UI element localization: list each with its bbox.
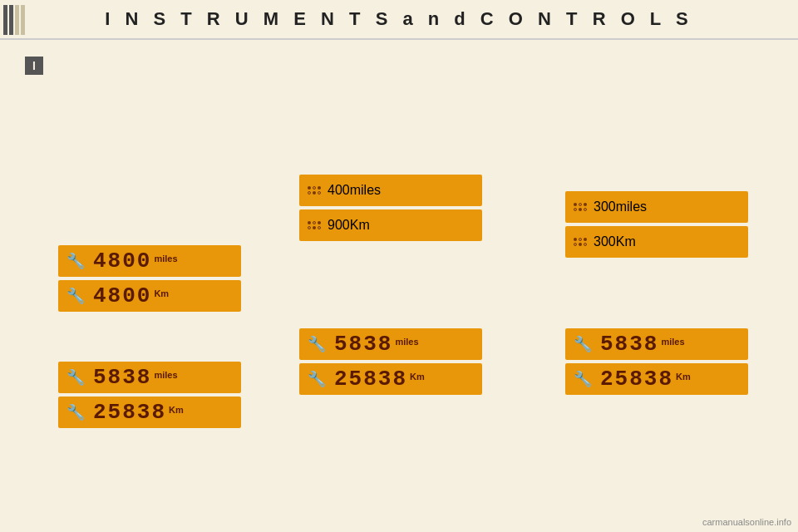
page-header: I N S T R U M E N T S a n d C O N T R O …: [0, 0, 798, 40]
wrench-icon-1: 🔧: [66, 252, 85, 270]
right-mileage-miles-panel: 🔧 5838 miles: [565, 328, 748, 360]
service-km-panel: 🔧 4800 Km: [58, 280, 241, 312]
right-mileage-miles-unit: miles: [661, 337, 684, 347]
dots-pattern-2: [308, 221, 321, 229]
wrench-icon-5: 🔧: [308, 335, 326, 353]
center-top-km-value: 900: [328, 218, 350, 233]
left-mileage-miles-value: 5838: [93, 365, 151, 390]
left-mileage-km-unit: Km: [169, 405, 184, 415]
wrench-icon-7: 🔧: [574, 335, 592, 353]
right-top-miles-panel: 300 miles: [565, 191, 748, 223]
panel-group-right-mileage: 🔧 5838 miles 🔧 25838 Km: [565, 328, 748, 398]
sidebar-bar-1: [3, 5, 7, 35]
left-mileage-km-value: 25838: [93, 400, 166, 425]
panel-group-center-top: 400 miles 900 Km: [299, 175, 482, 244]
center-mileage-km-panel: 🔧 25838 Km: [299, 363, 482, 395]
dots-pattern-1: [308, 186, 321, 195]
panel-group-right-top: 300 miles 300 Km: [565, 191, 748, 261]
center-top-km-panel: 900 Km: [299, 209, 482, 241]
service-miles-value: 4800: [93, 249, 151, 273]
left-mileage-miles-panel: 🔧 5838 miles: [58, 362, 241, 393]
right-top-miles-unit: miles: [616, 200, 647, 214]
right-top-km-panel: 300 Km: [565, 226, 748, 258]
wrench-icon-3: 🔧: [66, 368, 85, 387]
dots-pattern-4: [574, 238, 587, 246]
panel-group-left-mileage: 🔧 5838 miles 🔧 25838 Km: [58, 362, 241, 431]
wrench-icon-4: 🔧: [66, 403, 85, 421]
watermark: carmanualsonline.info: [702, 517, 791, 527]
dots-pattern-3: [574, 203, 587, 211]
sidebar-bar-4: [21, 5, 25, 35]
sidebar-accent-bars: [0, 0, 28, 40]
wrench-icon-8: 🔧: [574, 370, 592, 388]
main-content: 🔧 4800 miles 🔧 4800 Km 400 miles 900 Km: [50, 46, 790, 499]
center-top-miles-value: 400: [328, 183, 350, 198]
center-mileage-km-value: 25838: [334, 367, 407, 392]
sidebar-bar-3: [15, 5, 19, 35]
right-mileage-miles-value: 5838: [600, 332, 658, 357]
service-miles-unit: miles: [154, 254, 177, 264]
sidebar-bar-2: [9, 5, 13, 35]
left-mileage-miles-unit: miles: [154, 370, 177, 380]
page-title: I N S T R U M E N T S a n d C O N T R O …: [105, 8, 692, 30]
service-km-value: 4800: [93, 283, 151, 308]
right-top-miles-value: 300: [594, 200, 616, 214]
panel-group-center-mileage: 🔧 5838 miles 🔧 25838 Km: [299, 328, 482, 398]
right-mileage-km-panel: 🔧 25838 Km: [565, 363, 748, 395]
service-km-unit: Km: [154, 288, 169, 298]
wrench-icon-6: 🔧: [308, 370, 326, 388]
center-mileage-miles-unit: miles: [395, 337, 418, 347]
center-top-miles-unit: miles: [350, 183, 381, 198]
panel-group-left-service: 🔧 4800 miles 🔧 4800 Km: [58, 245, 241, 315]
right-top-km-unit: Km: [616, 234, 636, 249]
center-mileage-miles-value: 5838: [334, 332, 392, 357]
center-top-km-unit: Km: [350, 218, 370, 233]
service-miles-panel: 🔧 4800 miles: [58, 245, 241, 277]
right-mileage-km-unit: Km: [676, 372, 691, 382]
wrench-icon-2: 🔧: [66, 287, 85, 305]
right-top-km-value: 300: [594, 234, 616, 249]
right-mileage-km-value: 25838: [600, 367, 673, 392]
center-mileage-km-unit: Km: [410, 372, 425, 382]
center-top-miles-panel: 400 miles: [299, 175, 482, 206]
section-label: I: [25, 57, 43, 75]
center-mileage-miles-panel: 🔧 5838 miles: [299, 328, 482, 360]
left-mileage-km-panel: 🔧 25838 Km: [58, 397, 241, 428]
left-sidebar: [0, 0, 23, 532]
